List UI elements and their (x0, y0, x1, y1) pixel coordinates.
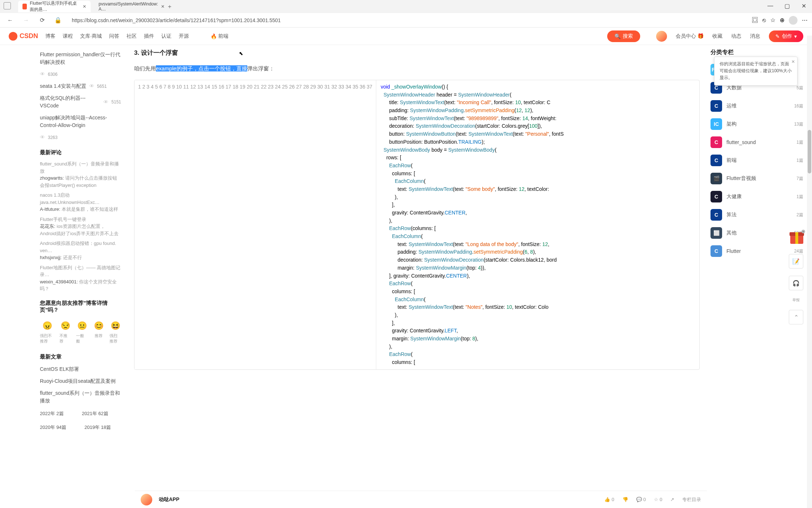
url-input[interactable]: https://blog.csdn.net/weixin_29003023/ar… (68, 15, 748, 26)
star-icon: ☆ (654, 497, 658, 502)
scrollbar-track[interactable] (807, 36, 812, 508)
collections-icon[interactable]: ⊕ (780, 17, 784, 24)
related-article[interactable]: Flutter permission_handler仅一行代码解决授权 (40, 49, 121, 68)
reader-icon[interactable]: ⿴ (752, 17, 758, 24)
comment-item[interactable]: Flutter手机号一键登录花花东: ios资源图片怎么配置，Android搞好… (40, 214, 121, 239)
emoji-option[interactable]: 😆强烈推荐 (109, 320, 121, 344)
comment-item[interactable]: nacos 1.3启动java.net.UnknownHostExc…A-ltf… (40, 190, 121, 214)
vip-link[interactable]: 会员中心 🎁 (676, 33, 704, 40)
tab-active[interactable]: Flutter可以悬浮到手机桌面的悬… ✕ (18, 1, 91, 12)
sidebar-toggle-icon[interactable] (4, 2, 11, 9)
like-button[interactable]: 👍0 (604, 497, 614, 502)
nav-blog[interactable]: 博客 (45, 33, 55, 40)
gift-box-promo[interactable]: ✕ (788, 228, 805, 245)
article-paragraph: 咱们先用example的例子，点击一个按钮，直接弹出浮窗： (134, 64, 700, 73)
translate-icon[interactable]: ⎋ (762, 17, 766, 24)
fav-link[interactable]: 收藏 (712, 33, 722, 40)
latest-heading: 最新文章 (40, 348, 121, 363)
hot-topic[interactable]: 🔥前端 (211, 33, 228, 40)
comment-item[interactable]: Android模拟器启动报错：gpu found. ven…hxhsjxnxjj… (40, 238, 121, 263)
comment-item[interactable]: Flutter地图系列（七）—— 高德地图记录…weixin_43984001:… (40, 263, 121, 294)
emoji-option[interactable]: 😊推荐 (93, 320, 104, 344)
comment-button[interactable]: 💬0 (636, 497, 646, 502)
minimize-button[interactable]: — (762, 0, 779, 12)
close-icon[interactable]: ✕ (82, 4, 86, 9)
author-name[interactable]: 动哒APP (159, 496, 179, 503)
activity-link[interactable]: 动态 (731, 33, 741, 40)
back-button[interactable]: ← (4, 15, 16, 26)
favorites-icon[interactable]: ☆ (770, 17, 775, 24)
close-icon[interactable]: ✕ (791, 58, 795, 65)
report-label[interactable]: 举报 (792, 298, 800, 303)
scroll-top-button[interactable]: ⌃ (789, 310, 803, 324)
search-icon: 🔍 (614, 33, 621, 39)
new-tab-button[interactable]: ＋ (165, 1, 175, 12)
latest-article[interactable]: CentOS ELK部署 (40, 363, 121, 375)
msg-link[interactable]: 消息 (750, 33, 760, 40)
latest-article[interactable]: flutter_sound系列（一）音频录音和播放 (40, 387, 121, 407)
note-button[interactable]: 📝 (789, 254, 803, 269)
code-block[interactable]: 1 2 3 4 5 6 7 8 9 10 11 12 13 14 15 16 1… (134, 80, 700, 370)
author-avatar[interactable] (141, 494, 152, 505)
category-item[interactable]: C前端1篇 (710, 151, 803, 169)
year-stat[interactable]: 2021年 62篇 (82, 410, 108, 417)
emoji-option[interactable]: 😠强烈不推荐 (40, 320, 54, 344)
year-stat[interactable]: 2020年 94篇 (40, 424, 66, 431)
article-content: 3. 设计一个浮窗 咱们先用example的例子，点击一个按钮，直接弹出浮窗： … (127, 45, 707, 508)
category-item[interactable]: C运维16篇 (710, 97, 803, 115)
comment-item[interactable]: flutter_sound系列（一）音频录音和播放zhogwartts: 请问为… (40, 159, 121, 190)
related-article[interactable]: uniapp解决跨域问题--Access-Control-Allow-Origi… (40, 112, 121, 131)
svg-rect-2 (795, 232, 798, 244)
related-article[interactable]: seata 1.4安装与配置 👁5651 (40, 80, 121, 92)
svg-text:✕: ✕ (802, 230, 804, 233)
nav-community[interactable]: 社区 (127, 33, 137, 40)
maximize-button[interactable]: ▢ (779, 0, 795, 12)
year-stat[interactable]: 2019年 18篇 (84, 424, 111, 431)
nav-opensource[interactable]: 开源 (179, 33, 189, 40)
nav-cert[interactable]: 认证 (161, 33, 171, 40)
tab-favicon (22, 4, 27, 9)
user-avatar[interactable] (656, 31, 667, 42)
profile-icon[interactable] (789, 16, 798, 25)
code-content[interactable]: void _showOverlayWindow() { SystemWindow… (376, 80, 699, 369)
search-button[interactable]: 🔍搜索 (607, 30, 640, 42)
tab-inactive[interactable]: pvsvamsi/SystemAlertWindow: A… ✕ (91, 1, 164, 12)
create-button[interactable]: ✎创作▾ (769, 30, 803, 42)
dislike-button[interactable]: 👎 (622, 497, 628, 502)
nav-qa[interactable]: 问答 (109, 33, 119, 40)
emoji-option[interactable]: 😐一般般 (76, 320, 88, 344)
related-article[interactable]: 格式化SQL的利器---VSCode 👁5151 (40, 92, 121, 112)
star-button[interactable]: ☆0 (654, 497, 662, 502)
related-article-meta: 👁6306 (40, 68, 121, 80)
category-item[interactable]: Cflutter_sound1篇 (710, 133, 803, 151)
eye-icon: 👁 (40, 134, 45, 141)
forward-button[interactable]: → (20, 15, 32, 26)
latest-article[interactable]: Ruoyi-Cloud项目seata配置及案例 (40, 375, 121, 387)
category-item[interactable]: C大健康1篇 (710, 188, 803, 206)
site-info-icon[interactable]: 🔒 (52, 15, 64, 26)
refresh-button[interactable]: ⟳ (36, 15, 48, 26)
emoji-row: 😠强烈不推荐😒不推荐😐一般般😊推荐😆强烈推荐 (40, 316, 121, 348)
nav-plugin[interactable]: 插件 (144, 33, 154, 40)
comments-heading: 最新评论 (40, 143, 121, 159)
headset-button[interactable]: 🎧 (789, 276, 803, 290)
nav-course[interactable]: 课程 (63, 33, 73, 40)
csdn-logo[interactable]: CSDN (9, 32, 38, 41)
close-button[interactable]: ✕ (795, 0, 812, 12)
browser-tabs: Flutter可以悬浮到手机桌面的悬… ✕ pvsvamsi/SystemAle… (0, 0, 812, 13)
scrollbar-thumb[interactable] (808, 130, 811, 173)
close-icon[interactable]: ✕ (161, 4, 165, 9)
fire-icon: 🔥 (211, 33, 217, 39)
emoji-option[interactable]: 😒不推荐 (59, 320, 71, 344)
site-header: CSDN 博客 课程 文库·商城 问答 社区 插件 认证 开源 🔥前端 🔍搜索 … (0, 28, 812, 45)
thumbs-up-icon: 👍 (604, 497, 610, 502)
nav-lib[interactable]: 文库·商城 (80, 33, 102, 40)
toc-button[interactable]: 专栏目录 (682, 496, 701, 503)
menu-icon[interactable]: ⋯ (802, 17, 808, 24)
year-stat[interactable]: 2022年 2篇 (40, 410, 64, 417)
category-item[interactable]: IC架构13篇 (710, 115, 803, 133)
category-item[interactable]: C算法2篇 (710, 206, 803, 224)
category-item[interactable]: 🎬Flutter音视频7篇 (710, 169, 803, 188)
year-stats: 2020年 94篇 2019年 18篇 (40, 421, 121, 434)
share-button[interactable]: ↗ (670, 497, 674, 502)
